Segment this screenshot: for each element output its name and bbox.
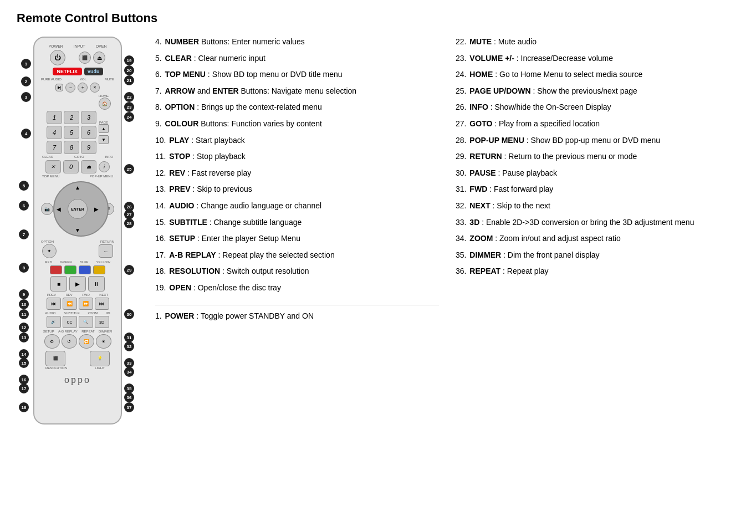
popup-menu-label: POP-UP MENU (90, 175, 113, 178)
top-menu-button[interactable]: 📷 (41, 203, 53, 215)
item-label: MUTE (469, 37, 492, 46)
item-text: : Change subtitle language (210, 218, 302, 227)
subtitle-button[interactable]: CC (63, 316, 77, 328)
setup-button[interactable]: ⚙ (44, 334, 60, 349)
clear-label-text: CLEAR (42, 155, 53, 158)
home-button[interactable]: 🏠 (99, 98, 111, 110)
callout-9: 9 (19, 289, 29, 299)
num-9-button[interactable]: 9 (81, 141, 96, 154)
page-down-button[interactable]: ▼ (99, 135, 109, 144)
item-text: : Show BD top menu or DVD title menu (208, 70, 343, 79)
item-label: INFO (469, 103, 488, 111)
item-label: SUBTITLE (169, 218, 207, 227)
option-label-text: OPTION (41, 240, 54, 243)
num-8-button[interactable]: 8 (64, 141, 79, 154)
item-num: 34. (456, 234, 466, 243)
page-up-button[interactable]: ▲ (99, 124, 109, 133)
arrow-down-button[interactable]: ▼ (75, 227, 80, 233)
page-col: PAGE ▲ ▼ (99, 121, 109, 144)
item-label: CLEAR (165, 54, 192, 63)
callout-6: 6 (19, 201, 29, 211)
item-label: STOP (169, 152, 190, 161)
item-label: RESOLUTION (169, 267, 220, 275)
red-button[interactable] (50, 265, 62, 274)
item-text: : Go to Home Menu to select media source (495, 70, 642, 79)
arrow-left-button[interactable]: ◀ (57, 206, 61, 212)
item-num: 15. (155, 218, 166, 227)
callout-12: 12 (19, 323, 29, 332)
red-label: RED (45, 260, 52, 264)
green-button[interactable] (64, 265, 76, 274)
num-2-button[interactable]: 2 (64, 111, 79, 124)
item-num: 7. (155, 86, 162, 95)
list-item: 6. TOP MENU : Show BD top menu or DVD ti… (155, 69, 439, 80)
list-item: 33. 3D : Enable 2D->3D conversion or bri… (456, 217, 739, 228)
item-num: 33. (456, 218, 466, 227)
play-button[interactable]: ▶ (69, 276, 86, 291)
yellow-button[interactable] (93, 265, 105, 274)
num-1-button[interactable]: 1 (47, 111, 62, 124)
list-item: 18. RESOLUTION : Switch output resolutio… (155, 266, 439, 277)
3d-button[interactable]: 3D (95, 316, 109, 328)
num-3-button[interactable]: 3 (81, 111, 96, 124)
callout-36: 36 (124, 392, 134, 402)
item-text: : Open/close the disc tray (193, 283, 281, 292)
pause-button[interactable]: ⏸ (88, 276, 105, 291)
item-text: : Skip to previous (192, 185, 252, 193)
ab-replay-button[interactable]: ↺ (62, 334, 77, 349)
vol-plus-button[interactable]: + (78, 83, 88, 93)
open-button[interactable]: ⏏ (93, 52, 105, 64)
item-num: 6. (155, 70, 162, 79)
dimmer-button[interactable]: ☀ (96, 334, 111, 349)
input-button[interactable]: ⬛ (79, 52, 91, 64)
vudu-button[interactable]: vudu (84, 68, 103, 75)
item-num: 14. (155, 201, 166, 210)
enter-button[interactable]: ENTER (68, 199, 88, 219)
eject-small-button[interactable]: ⏏ (81, 160, 96, 173)
next-button[interactable]: ⏭ (95, 298, 109, 310)
prev-button[interactable]: ⏮ (47, 298, 61, 310)
callout-29: 29 (124, 265, 134, 275)
num-6-button[interactable]: 6 (81, 126, 96, 139)
bottom-buttons-row: ⬛ RESOLUTION 💡 LIGHT (40, 351, 115, 370)
fwd-button[interactable]: ⏩ (79, 298, 93, 310)
blue-button[interactable] (79, 265, 91, 274)
callout-11: 11 (19, 309, 29, 319)
return-button[interactable]: ← (99, 244, 113, 258)
item-num: 11. (155, 152, 166, 161)
item-num: 18. (155, 267, 166, 275)
rev-button[interactable]: ⏪ (63, 298, 77, 310)
list-item: 17. A-B REPLAY : Repeat play the selecte… (155, 250, 439, 261)
desc-list-right: 22. MUTE : Mute audio 23. VOLUME +/- : I… (456, 37, 739, 277)
prev-label: PREV (47, 293, 56, 296)
audio-button[interactable]: 🔊 (47, 316, 61, 328)
vol-minus-button[interactable]: − (65, 83, 75, 93)
power-button[interactable]: ⏻ (50, 50, 65, 65)
list-item: 15. SUBTITLE : Change subtitle language (155, 217, 439, 228)
mute-button[interactable]: ✕ (90, 83, 100, 93)
num-5-button[interactable]: 5 (64, 126, 79, 139)
zoom-button[interactable]: 🔍 (79, 316, 93, 328)
arrow-up-button[interactable]: ▲ (75, 185, 80, 191)
clear-button[interactable]: ✕ (45, 160, 61, 173)
stop-button[interactable]: ■ (50, 276, 67, 291)
arrow-right-button[interactable]: ▶ (94, 206, 99, 212)
callout-19: 19 (124, 55, 134, 65)
pure-audio-label: PURE AUDIO (41, 78, 62, 81)
repeat-button[interactable]: 🔁 (79, 334, 94, 349)
item-text: Buttons: Function varies by content (201, 119, 322, 128)
option-return-row: ✦ ← (40, 244, 115, 258)
callout-10: 10 (19, 299, 29, 309)
option-button[interactable]: ✦ (42, 244, 57, 258)
callout-8: 8 (19, 263, 29, 273)
info-button[interactable]: i (99, 161, 110, 172)
resolution-button[interactable]: ⬛ (45, 351, 65, 366)
item-text: : Show/hide the On-Screen Display (491, 103, 611, 111)
callout-20: 20 (124, 65, 134, 75)
num-4-button[interactable]: 4 (47, 126, 62, 139)
pure-audio-button[interactable]: ▶| (55, 84, 64, 91)
num-0-button[interactable]: 0 (63, 160, 79, 173)
netflix-button[interactable]: NETFLIX (53, 68, 83, 75)
num-7-button[interactable]: 7 (47, 141, 62, 154)
light-button[interactable]: 💡 (90, 351, 110, 366)
